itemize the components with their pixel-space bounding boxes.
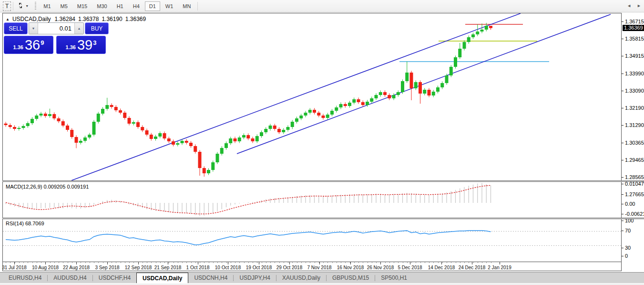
timeframe-button-h4[interactable]: H4 — [129, 1, 144, 11]
ask-price-box[interactable]: 1.36 39 3 — [56, 36, 106, 54]
minor-time-tick — [473, 262, 474, 263]
tab-audusd[interactable]: AUDUSD,H4 — [48, 273, 92, 283]
date-tick — [350, 262, 351, 264]
minor-time-tick — [478, 262, 478, 263]
volume-decrease-button[interactable]: ▼ — [29, 23, 38, 34]
date-label: 21 Sep 2018 — [154, 265, 182, 270]
minor-time-tick — [486, 262, 487, 263]
symbol-title: USDCAD,Daily — [12, 16, 51, 22]
minor-time-tick — [59, 262, 59, 263]
mt4-window: T ▼ M1M5M15M30H1H4D1W1MN 31 Jul 201810 A… — [0, 0, 644, 285]
minor-time-tick — [143, 262, 143, 263]
minor-time-tick — [279, 262, 280, 263]
timeframe-button-w1[interactable]: W1 — [161, 1, 178, 11]
tab-gbpusd[interactable]: GBPUSD,M15 — [327, 273, 375, 283]
minor-time-tick — [297, 262, 297, 263]
collapse-panel-icon[interactable]: ▲ — [6, 17, 10, 21]
price-tick-label: 1.27665 — [625, 191, 644, 197]
minor-time-tick — [200, 262, 200, 263]
price-tick — [622, 143, 624, 143]
price-tick-label: 1.33990 — [625, 71, 644, 76]
time-axis[interactable]: 31 Jul 201810 Aug 201822 Aug 20183 Sep 2… — [3, 262, 621, 271]
bid-big-digits: 36 — [25, 38, 40, 52]
minor-time-tick — [310, 262, 310, 263]
date-tick — [259, 262, 259, 264]
minor-time-tick — [164, 262, 165, 263]
minor-time-tick — [403, 262, 403, 263]
tab-usdcnh[interactable]: USDCNH,H4 — [188, 273, 233, 283]
minor-time-tick — [372, 262, 372, 263]
indicator-tick-label: 0.00 — [625, 201, 635, 207]
timeframe-button-m15[interactable]: M15 — [73, 1, 92, 11]
indicator-tick — [622, 221, 624, 221]
minor-time-tick — [253, 262, 253, 263]
chart-header: ▲ USDCAD,Daily 1.36284 1.36378 1.36190 1… — [6, 16, 146, 22]
tab-scroll-left-icon[interactable]: ◄ — [627, 3, 631, 8]
minor-time-tick — [292, 262, 293, 263]
timeframe-button-m1[interactable]: M1 — [39, 1, 55, 11]
date-label: 2 Jan 2019 — [488, 265, 511, 270]
minor-time-tick — [103, 262, 103, 263]
minor-time-tick — [491, 262, 491, 263]
ask-big-digits: 39 — [77, 38, 92, 52]
timeframe-button-m30[interactable]: M30 — [92, 1, 111, 11]
minor-time-tick — [186, 262, 187, 263]
minor-time-tick — [239, 262, 240, 263]
timeframe-button-h1[interactable]: H1 — [112, 1, 128, 11]
minor-time-tick — [301, 262, 302, 263]
tab-eurusd[interactable]: EURUSD,H4 — [3, 273, 47, 283]
indicator-tick-label: 70 — [625, 228, 631, 233]
timeframe-group: M1M5M15M30H1H4D1W1MN — [39, 1, 195, 11]
price-tick — [622, 194, 624, 195]
tab-sp500[interactable]: SP500,H1 — [375, 273, 413, 283]
rsi-splitter[interactable] — [2, 218, 644, 219]
price-axis[interactable]: 1.367151.358151.349151.339901.330901.321… — [622, 13, 644, 271]
minor-time-tick — [248, 262, 249, 263]
toolbar-grip[interactable] — [34, 2, 37, 11]
price-tick-label: 1.28565 — [625, 174, 644, 180]
minor-time-tick — [332, 262, 333, 263]
minor-time-tick — [213, 262, 214, 263]
price-tick — [622, 91, 624, 91]
volume-input[interactable]: 0.01 — [38, 23, 74, 34]
minor-time-tick — [37, 262, 37, 263]
tab-usdcad[interactable]: USDCAD,Daily — [136, 273, 188, 283]
sell-button[interactable]: SELL — [4, 22, 28, 34]
date-tick — [45, 262, 46, 264]
tab-usdjpy[interactable]: USDJPY,H4 — [234, 273, 276, 283]
indicator-tick-label: 30 — [625, 245, 631, 251]
minor-time-tick — [6, 262, 6, 263]
date-label: 19 Oct 2018 — [246, 265, 272, 270]
minor-time-tick — [85, 262, 86, 263]
tab-usdchf[interactable]: USDCHF,H4 — [93, 273, 136, 283]
price-tick — [622, 39, 624, 39]
indicator-tick — [622, 214, 624, 214]
indicator-tick — [622, 184, 624, 184]
timeframe-button-m5[interactable]: M5 — [56, 1, 72, 11]
indicator-tick-label: -0.006218 — [625, 211, 644, 217]
minor-time-tick — [451, 262, 451, 263]
text-tool-button[interactable]: T — [3, 1, 11, 11]
price-tick-label: 1.35815 — [625, 36, 644, 42]
date-tick — [500, 262, 500, 264]
macd-splitter[interactable] — [2, 180, 644, 182]
volume-increase-button[interactable]: ▲ — [74, 23, 83, 34]
tab-xauusd[interactable]: XAUUSD,Daily — [276, 273, 326, 283]
toolbar: T ▼ M1M5M15M30H1H4D1W1MN — [0, 0, 644, 12]
bid-price-box[interactable]: 1.36 36 9 — [4, 36, 53, 54]
minor-time-tick — [217, 262, 218, 263]
timeframe-button-d1[interactable]: D1 — [145, 1, 160, 11]
date-label: 7 Nov 2018 — [307, 265, 331, 270]
minor-time-tick — [327, 262, 328, 263]
minor-time-tick — [464, 262, 465, 263]
price-tick-label: 1.33090 — [625, 88, 644, 94]
minor-time-tick — [389, 262, 390, 263]
date-tick — [76, 262, 77, 264]
timeframe-button-mn[interactable]: MN — [178, 1, 195, 11]
tab-scroll-right-icon[interactable]: ► — [637, 3, 641, 8]
low-value: 1.36190 — [102, 16, 122, 22]
objects-tool-button[interactable]: ▼ — [15, 1, 31, 11]
buy-button[interactable]: BUY — [85, 22, 109, 34]
price-tick-label: 1.31290 — [625, 122, 644, 128]
minor-time-tick — [460, 262, 460, 263]
